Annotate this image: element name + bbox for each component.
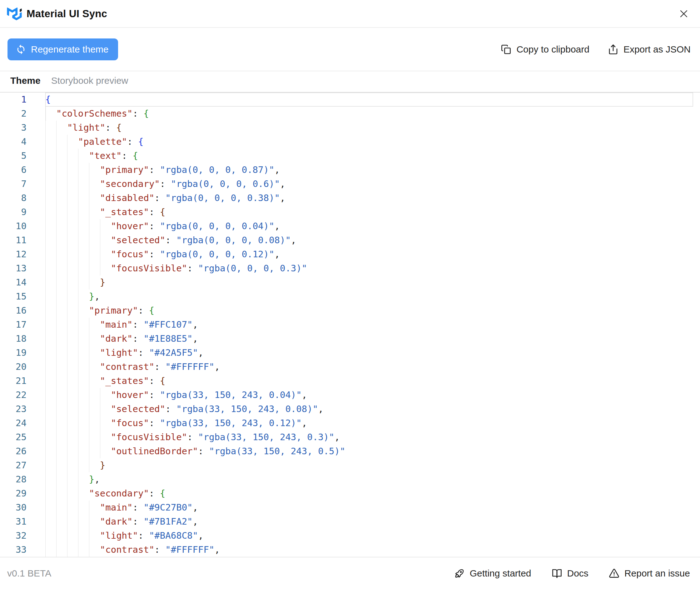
code-line[interactable]: 13"focusVisible": "rgba(0, 0, 0, 0.3)" (0, 261, 700, 275)
code-line[interactable]: 22"hover": "rgba(33, 150, 243, 0.04)", (0, 388, 700, 402)
line-number: 33 (0, 543, 31, 557)
code-line[interactable]: 10"hover": "rgba(0, 0, 0, 0.04)", (0, 219, 700, 233)
plugin-window: Material UI Sync Regenerate theme Copy t… (0, 0, 700, 589)
copy-to-clipboard-button[interactable]: Copy to clipboard (500, 44, 589, 55)
code-line[interactable]: 11"selected": "rgba(0, 0, 0, 0.08)", (0, 233, 700, 247)
copy-to-clipboard-label: Copy to clipboard (516, 44, 589, 55)
code-line[interactable]: 30"main": "#9C27B0", (0, 501, 700, 515)
line-number: 29 (0, 486, 31, 501)
code-line-content: } (45, 458, 693, 472)
code-line[interactable]: 6"primary": "rgba(0, 0, 0, 0.87)", (0, 163, 700, 177)
export-as-json-label: Export as JSON (624, 44, 691, 55)
line-number: 7 (0, 177, 31, 191)
mui-logo-icon (7, 7, 22, 20)
sync-icon (16, 44, 26, 55)
code-line-content: "primary": { (45, 304, 693, 318)
code-line[interactable]: 26"outlinedBorder": "rgba(33, 150, 243, … (0, 444, 700, 458)
close-icon[interactable] (677, 7, 691, 21)
code-line[interactable]: 14} (0, 275, 700, 289)
code-line[interactable]: 7"secondary": "rgba(0, 0, 0, 0.6)", (0, 177, 700, 191)
code-line[interactable]: 1{ (0, 92, 700, 107)
line-number: 1 (0, 92, 31, 107)
code-line[interactable]: 2"colorSchemes": { (0, 107, 700, 121)
code-editor[interactable]: 1{2"colorSchemes": {3"light": {4"palette… (0, 92, 700, 557)
code-line-content: }, (45, 472, 693, 486)
line-number: 12 (0, 247, 31, 261)
line-number: 14 (0, 275, 31, 289)
line-number: 18 (0, 332, 31, 346)
version-label: v0.1 BETA (7, 568, 51, 579)
code-line[interactable]: 25"focusVisible": "rgba(33, 150, 243, 0.… (0, 430, 700, 444)
line-number: 32 (0, 529, 31, 543)
code-line-content: "dark": "#7B1FA2", (45, 515, 693, 529)
code-line[interactable]: 23"selected": "rgba(33, 150, 243, 0.08)"… (0, 402, 700, 416)
code-line[interactable]: 32"light": "#BA68C8", (0, 529, 700, 543)
code-line[interactable]: 18"dark": "#1E88E5", (0, 332, 700, 346)
code-line-content: "_states": { (45, 374, 693, 388)
code-line[interactable]: 12"focus": "rgba(0, 0, 0, 0.12)", (0, 247, 700, 261)
code-line[interactable]: 31"dark": "#7B1FA2", (0, 515, 700, 529)
footer-links: Getting started Docs Report an issue (454, 568, 690, 579)
code-line[interactable]: 9"_states": { (0, 205, 700, 219)
code-line-content: "light": "#42A5F5", (45, 346, 693, 360)
code-line-content: "dark": "#1E88E5", (45, 332, 693, 346)
code-line-content: "secondary": "rgba(0, 0, 0, 0.6)", (45, 177, 693, 191)
code-line-content: "focus": "rgba(33, 150, 243, 0.12)", (45, 416, 693, 430)
code-line[interactable]: 29"secondary": { (0, 486, 700, 501)
code-line-content: "outlinedBorder": "rgba(33, 150, 243, 0.… (45, 444, 693, 458)
code-line-content: }, (45, 289, 693, 304)
code-line-content: "text": { (45, 149, 693, 163)
line-number: 20 (0, 360, 31, 374)
regenerate-theme-button[interactable]: Regenerate theme (7, 38, 118, 60)
line-number: 4 (0, 135, 31, 149)
code-line[interactable]: 17"main": "#FFC107", (0, 318, 700, 332)
toolbar-actions: Copy to clipboard Export as JSON (500, 44, 691, 55)
line-number: 19 (0, 346, 31, 360)
report-an-issue-label: Report an issue (624, 568, 690, 579)
toolbar: Regenerate theme Copy to clipboard Expor… (0, 28, 700, 71)
export-as-json-button[interactable]: Export as JSON (608, 44, 691, 55)
tab-theme[interactable]: Theme (10, 75, 41, 86)
code-line[interactable]: 4"palette": { (0, 135, 700, 149)
regenerate-theme-label: Regenerate theme (31, 44, 109, 55)
line-number: 2 (0, 107, 31, 121)
report-an-issue-link[interactable]: Report an issue (609, 568, 690, 579)
code-line[interactable]: 24"focus": "rgba(33, 150, 243, 0.12)", (0, 416, 700, 430)
rocket-icon (454, 568, 465, 579)
code-area: 1{2"colorSchemes": {3"light": {4"palette… (0, 92, 700, 557)
code-line[interactable]: 20"contrast": "#FFFFFF", (0, 360, 700, 374)
tab-bar: Theme Storybook preview (0, 71, 700, 92)
code-line-content: "selected": "rgba(0, 0, 0, 0.08)", (45, 233, 693, 247)
line-number: 15 (0, 289, 31, 304)
export-icon (608, 44, 619, 55)
line-number: 10 (0, 219, 31, 233)
code-line[interactable]: 19"light": "#42A5F5", (0, 346, 700, 360)
line-number: 6 (0, 163, 31, 177)
code-line-content: "palette": { (45, 135, 693, 149)
code-line[interactable]: 27} (0, 458, 700, 472)
code-line-content: "main": "#FFC107", (45, 318, 693, 332)
docs-link[interactable]: Docs (551, 568, 589, 579)
code-line[interactable]: 16"primary": { (0, 304, 700, 318)
line-number: 22 (0, 388, 31, 402)
line-number: 3 (0, 121, 31, 135)
code-line[interactable]: 3"light": { (0, 121, 700, 135)
line-number: 11 (0, 233, 31, 247)
code-line-content: "main": "#9C27B0", (45, 501, 693, 515)
code-line[interactable]: 28}, (0, 472, 700, 486)
line-number: 9 (0, 205, 31, 219)
tab-storybook-preview[interactable]: Storybook preview (51, 75, 128, 86)
code-line[interactable]: 15}, (0, 289, 700, 304)
line-number: 26 (0, 444, 31, 458)
code-line[interactable]: 21"_states": { (0, 374, 700, 388)
code-line-content: "focus": "rgba(0, 0, 0, 0.12)", (45, 247, 693, 261)
code-line-content: "_states": { (45, 205, 693, 219)
page-title: Material UI Sync (27, 8, 107, 20)
code-line-content: "primary": "rgba(0, 0, 0, 0.87)", (45, 163, 693, 177)
book-icon (551, 568, 563, 579)
code-line-content: "hover": "rgba(33, 150, 243, 0.04)", (45, 388, 693, 402)
getting-started-link[interactable]: Getting started (454, 568, 531, 579)
code-line[interactable]: 8"disabled": "rgba(0, 0, 0, 0.38)", (0, 191, 700, 205)
code-line[interactable]: 33"contrast": "#FFFFFF", (0, 543, 700, 557)
code-line[interactable]: 5"text": { (0, 149, 700, 163)
